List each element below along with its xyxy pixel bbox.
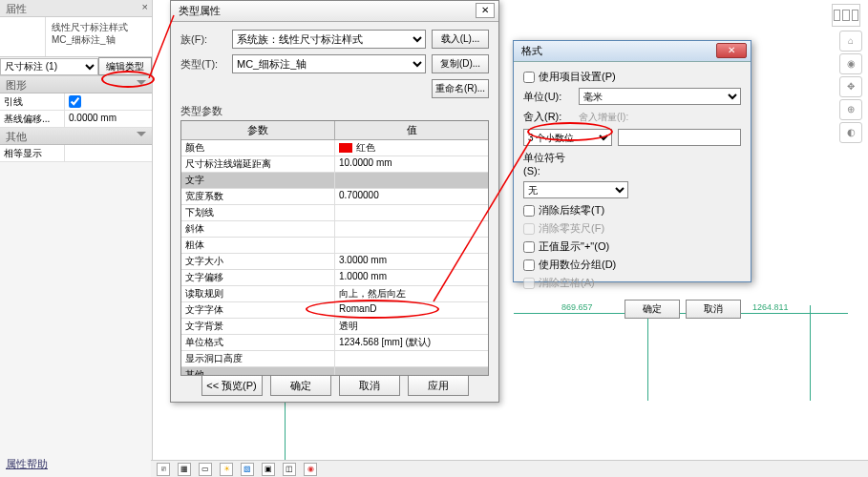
rounding-inc-label: 舍入增量(I): xyxy=(579,111,628,124)
nav-cube-icon[interactable] xyxy=(832,4,860,27)
copy-button[interactable]: 复制(D)... xyxy=(432,54,489,73)
preview-button[interactable]: << 预览(P) xyxy=(201,375,263,396)
pan-icon[interactable]: ✥ xyxy=(839,76,862,97)
rounding-select[interactable]: 3 个小数位 xyxy=(523,129,612,146)
type-properties-dialog: 类型属性 ✕ 族(F): 系统族：线性尺寸标注样式 载入(L)... 类型(T)… xyxy=(170,0,499,403)
properties-help-link[interactable]: 属性帮助 xyxy=(6,457,48,471)
ok-button[interactable]: 确定 xyxy=(270,375,331,396)
apply-button[interactable]: 应用 xyxy=(408,375,469,396)
cancel-button[interactable]: 取消 xyxy=(339,375,400,396)
close-icon[interactable]: ✕ xyxy=(476,3,495,18)
show-plus-checkbox[interactable] xyxy=(523,241,535,253)
param-row[interactable]: 单位格式1234.568 [mm] (默认) xyxy=(181,335,488,351)
show-plus-label: 正值显示"+"(O) xyxy=(539,239,609,254)
symbol-label: 单位符号(S): xyxy=(523,151,573,176)
param-row[interactable]: 文字字体RomanD xyxy=(181,302,488,319)
orbit-icon[interactable]: ◉ xyxy=(839,53,862,74)
dim-value-2: 1264.811 xyxy=(752,302,789,312)
hide-icon[interactable]: ◉ xyxy=(304,463,317,476)
cancel-button[interactable]: 取消 xyxy=(686,300,741,319)
zero-feet-checkbox xyxy=(523,223,535,235)
section-graphic[interactable]: 图形 xyxy=(0,76,152,93)
param-row[interactable]: 下划线 xyxy=(181,205,488,221)
param-row[interactable]: 斜体 xyxy=(181,221,488,238)
param-table-body[interactable]: 颜色红色尺寸标注线端延距离10.0000 mm文字宽度系数0.700000下划线… xyxy=(181,140,488,375)
shadow-icon[interactable]: ▧ xyxy=(241,463,254,476)
param-row[interactable]: 颜色红色 xyxy=(181,140,488,156)
type-select[interactable]: MC_细标注_轴 xyxy=(232,54,426,73)
instance-select[interactable]: 尺寸标注 (1) xyxy=(0,58,98,75)
unit-select[interactable]: 毫米 xyxy=(579,88,741,105)
close-icon[interactable]: × xyxy=(142,1,148,12)
panel-title: 届性 × xyxy=(0,0,152,17)
edit-type-button[interactable]: 编辑类型 xyxy=(98,57,152,75)
digit-group-label: 使用数位分组(D) xyxy=(539,258,616,272)
type-params-label: 类型参数 xyxy=(180,104,489,118)
trailing-zero-checkbox[interactable] xyxy=(523,205,535,217)
view-control-bar: ⎚ ▦ ▭ ☀ ▧ ▣ ◫ ◉ xyxy=(151,460,868,477)
use-project-checkbox[interactable] xyxy=(523,72,535,83)
prop-row[interactable]: 引线 xyxy=(0,93,152,111)
type-label: 类型(T): xyxy=(180,57,226,72)
home-icon[interactable]: ⌂ xyxy=(839,31,862,52)
symbol-select[interactable]: 无 xyxy=(523,181,628,198)
zero-feet-label: 消除零英尺(F) xyxy=(539,221,604,236)
param-row[interactable]: 粗体 xyxy=(181,238,488,254)
type-thumbnail xyxy=(0,17,46,56)
trailing-zero-label: 消除后续零(T) xyxy=(539,203,604,218)
rename-button[interactable]: 重命名(R)... xyxy=(432,79,489,98)
prop-row[interactable]: 相等显示 xyxy=(0,145,152,162)
param-row[interactable]: 文字大小3.0000 mm xyxy=(181,254,488,270)
suppress-space-label: 消除空格(A) xyxy=(539,276,595,290)
sun-icon[interactable]: ☀ xyxy=(220,463,233,476)
show-crop-icon[interactable]: ◫ xyxy=(283,463,296,476)
wheel-icon[interactable]: ◐ xyxy=(839,122,862,143)
param-row[interactable]: 宽度系数0.700000 xyxy=(181,189,488,205)
digit-group-checkbox[interactable] xyxy=(523,259,535,271)
param-row[interactable]: 其他 xyxy=(181,367,488,375)
prop-row[interactable]: 基线偏移... 0.0000 mm xyxy=(0,111,152,128)
view-toolbar: ⌂ ◉ ✥ ⊕ ◐ xyxy=(839,31,864,143)
dialog-title: 类型属性 ✕ xyxy=(171,1,498,22)
leader-checkbox[interactable] xyxy=(69,95,81,108)
col-value: 值 xyxy=(335,121,488,139)
suppress-space-checkbox xyxy=(523,278,535,289)
format-dialog: 格式 ✕ 使用项目设置(P) 单位(U): 毫米 舍入(R): 舍入增量(I):… xyxy=(513,40,752,282)
family-select[interactable]: 系统族：线性尺寸标注样式 xyxy=(232,30,426,49)
param-row[interactable]: 文字偏移1.0000 mm xyxy=(181,270,488,286)
param-row[interactable]: 文字背景透明 xyxy=(181,319,488,335)
crop-icon[interactable]: ▣ xyxy=(262,463,275,476)
zoom-icon[interactable]: ⊕ xyxy=(839,99,862,120)
param-row[interactable]: 文字 xyxy=(181,173,488,189)
use-project-label: 使用项目设置(P) xyxy=(539,70,616,84)
detail-icon[interactable]: ▦ xyxy=(178,463,191,476)
unit-label: 单位(U): xyxy=(523,90,573,104)
param-row[interactable]: 读取规则向上，然后向左 xyxy=(181,286,488,302)
type-name: 线性尺寸标注样式 MC_细标注_轴 xyxy=(46,17,152,56)
close-icon[interactable]: ✕ xyxy=(716,43,747,58)
rounding-label: 舍入(R): xyxy=(523,110,573,124)
ok-button[interactable]: 确定 xyxy=(625,300,680,319)
family-label: 族(F): xyxy=(180,32,226,47)
scale-icon[interactable]: ⎚ xyxy=(157,463,170,476)
section-other[interactable]: 其他 xyxy=(0,128,152,145)
rounding-inc-input xyxy=(618,129,741,146)
load-button[interactable]: 载入(L)... xyxy=(432,30,489,49)
properties-panel: 届性 × 线性尺寸标注样式 MC_细标注_轴 尺寸标注 (1) 编辑类型 图形 … xyxy=(0,0,153,477)
param-row[interactable]: 尺寸标注线端延距离10.0000 mm xyxy=(181,156,488,173)
param-row[interactable]: 显示洞口高度 xyxy=(181,351,488,367)
dialog-title: 格式 ✕ xyxy=(514,41,751,62)
model-icon[interactable]: ▭ xyxy=(199,463,212,476)
col-param: 参数 xyxy=(181,121,335,139)
